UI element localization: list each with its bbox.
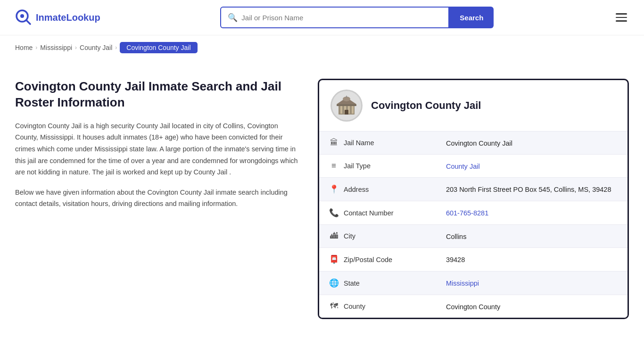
info-value-cell: Covington County Jail [437,132,627,155]
breadcrumb-home[interactable]: Home [15,44,33,51]
info-value-cell[interactable]: 601-765-8281 [437,201,627,225]
jail-avatar [330,90,363,122]
page-description-1: Covington County Jail is a high security… [15,120,299,178]
hamburger-line-2 [616,17,627,18]
row-icon: ≡ [329,161,339,171]
info-value-cell: Collins [437,225,627,248]
table-row: 📞Contact Number601-765-8281 [319,201,627,225]
hamburger-line-3 [616,20,627,22]
breadcrumb-sep-3: › [115,44,117,51]
info-value: Covington County [446,303,500,311]
svg-point-2 [20,14,24,18]
table-row: 🏙CityCollins [319,225,627,248]
info-value-cell[interactable]: Mississippi [437,272,627,295]
search-input-wrapper: 🔍 [220,7,449,28]
row-label: Zip/Postal Code [344,256,392,263]
svg-rect-11 [345,110,348,115]
row-label: County [344,303,365,310]
row-label: Jail Name [344,139,374,147]
info-value: 203 North First Street PO Box 545, Colli… [446,186,611,193]
info-label-cell: 📞Contact Number [319,201,437,225]
row-icon: 🏙 [329,231,339,241]
menu-button[interactable] [614,11,629,24]
right-column: Covington County Jail 🏛Jail NameCovingto… [318,79,629,319]
row-label: State [344,280,360,287]
search-input[interactable] [241,14,442,22]
info-link[interactable]: Mississippi [446,280,479,287]
info-label-cell: ≡Jail Type [319,155,437,178]
breadcrumb: Home › Mississippi › County Jail › Covin… [0,35,644,60]
info-value-cell: Covington County [437,295,627,318]
info-label-cell: 📮Zip/Postal Code [319,248,437,272]
hamburger-line-1 [616,13,627,15]
info-value: 39428 [446,256,465,263]
jail-info-card: Covington County Jail 🏛Jail NameCovingto… [318,79,629,319]
info-value-cell[interactable]: County Jail [437,155,627,178]
site-header: InmateLookup 🔍 Search [0,0,644,35]
info-value-cell: 39428 [437,248,627,272]
row-label: Contact Number [344,209,394,217]
table-row: 📮Zip/Postal Code39428 [319,248,627,272]
table-row: 🗺CountyCovington County [319,295,627,318]
breadcrumb-mississippi[interactable]: Mississippi [40,44,72,51]
jail-card-header: Covington County Jail [319,80,627,132]
search-bar: 🔍 Search [220,7,494,28]
logo-icon [15,9,32,26]
row-icon: 🏛 [329,138,339,148]
table-row: 🌐StateMississippi [319,272,627,295]
row-icon: 🌐 [329,278,339,288]
page-description-2: Below we have given information about th… [15,187,299,210]
info-value: Covington County Jail [446,140,512,147]
svg-line-1 [26,20,30,24]
table-row: 🏛Jail NameCovington County Jail [319,132,627,155]
search-icon: 🔍 [228,13,238,23]
logo-text: InmateLookup [36,12,100,23]
table-row: 📍Address203 North First Street PO Box 54… [319,178,627,201]
info-label-cell: 🌐State [319,272,437,295]
row-icon: 📮 [329,255,339,264]
row-icon: 📞 [329,208,339,218]
row-icon: 📍 [329,184,339,194]
left-column: Covington County Jail Inmate Search and … [15,79,299,319]
info-value: Collins [446,233,467,240]
info-value-cell: 203 North First Street PO Box 545, Colli… [437,178,627,201]
search-button[interactable]: Search [449,7,494,28]
info-label-cell: 🗺County [319,295,437,318]
svg-rect-6 [340,106,342,114]
breadcrumb-sep-2: › [75,44,77,51]
jail-building-icon [332,91,361,120]
jail-info-table: 🏛Jail NameCovington County Jail≡Jail Typ… [319,132,627,318]
row-label: City [344,232,355,240]
row-icon: 🗺 [329,302,339,311]
row-label: Address [344,186,369,193]
logo-link[interactable]: InmateLookup [15,9,100,26]
info-link[interactable]: 601-765-8281 [446,209,488,217]
info-label-cell: 🏛Jail Name [319,132,437,155]
table-row: ≡Jail TypeCounty Jail [319,155,627,178]
svg-rect-9 [352,106,354,114]
svg-rect-5 [337,104,356,106]
jail-card-name: Covington County Jail [371,99,481,112]
info-label-cell: 🏙City [319,225,437,248]
info-link[interactable]: County Jail [446,163,480,170]
info-label-cell: 📍Address [319,178,437,201]
main-content: Covington County Jail Inmate Search and … [0,60,644,347]
row-label: Jail Type [344,162,371,170]
breadcrumb-sep-1: › [35,44,37,51]
breadcrumb-active: Covington County Jail [120,42,197,53]
breadcrumb-county-jail[interactable]: County Jail [80,44,112,51]
page-title: Covington County Jail Inmate Search and … [15,79,299,111]
